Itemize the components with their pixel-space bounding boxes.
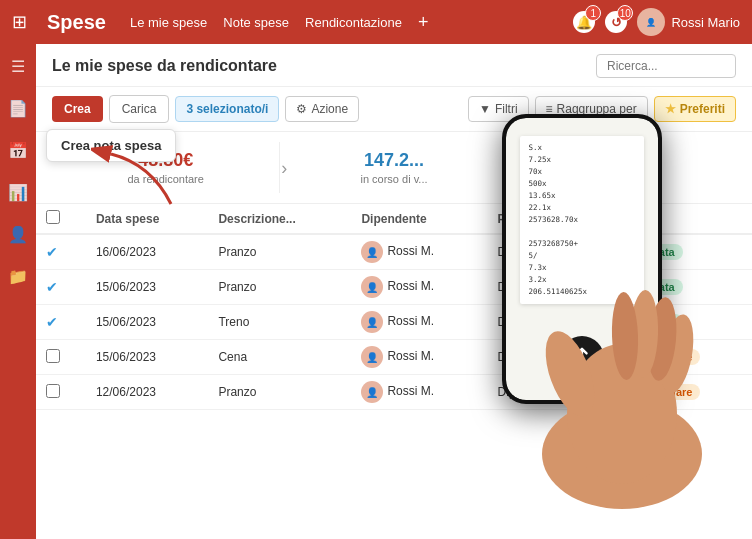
expense-table-wrap: Data spese Descrizione... Dipendente Pag… xyxy=(36,204,752,410)
table-row: ✔ 15/06/2023 Pranzo 👤Rossi M. Dipende...… xyxy=(36,270,752,305)
avatar: 👤 xyxy=(361,311,383,333)
row-status: Inviata xyxy=(622,270,752,305)
top-nav: ⊞ Spese Le mie spese Note spese Rendicon… xyxy=(0,0,752,44)
amount-rimborso: 0.00€ xyxy=(517,150,728,171)
row-status: Inviata xyxy=(622,305,752,340)
row-desc: Treno xyxy=(208,305,351,340)
grid-icon[interactable]: ⊞ xyxy=(12,11,27,33)
azione-button[interactable]: ⚙ Azione xyxy=(285,96,359,122)
nav-link-rendicontazione[interactable]: Rendicontazione xyxy=(305,15,402,30)
azione-label: Azione xyxy=(311,102,348,116)
row-desc: Cena xyxy=(208,340,351,375)
row-checkbox-cell xyxy=(36,340,86,375)
select-all-checkbox[interactable] xyxy=(46,210,60,224)
status-badge: Inviata xyxy=(632,279,683,295)
preferiti-button[interactable]: ★ Preferiti xyxy=(654,96,736,122)
row-paid: Dipendente... xyxy=(488,375,622,410)
app-title: Spese xyxy=(47,11,106,34)
sidebar-icon-folder[interactable]: 📁 xyxy=(4,262,32,290)
page-title: Le mie spese da rendicontare xyxy=(52,57,584,75)
star-icon: ★ xyxy=(665,102,676,116)
label-rimborso: da rimborsare xyxy=(517,173,728,185)
user-name: Rossi Mario xyxy=(671,15,740,30)
nav-link-note-spese[interactable]: Note spese xyxy=(223,15,289,30)
sidebar-icon-calendar[interactable]: 📅 xyxy=(4,136,32,164)
col-desc: Descrizione... xyxy=(208,204,351,234)
notification-badge[interactable]: 🔔 1 xyxy=(573,11,595,33)
amount-incorso: 147.2... xyxy=(288,150,499,171)
row-status: Da inviare xyxy=(622,340,752,375)
row-date: 15/06/2023 xyxy=(86,270,208,305)
row-checkbox-cell: ✔ xyxy=(36,270,86,305)
table-row: ✔ 16/06/2023 Pranzo 👤Rossi M. Dipendente… xyxy=(36,234,752,270)
sidebar-icon-doc[interactable]: 📄 xyxy=(4,94,32,122)
row-paid: Dipendente... xyxy=(488,305,622,340)
row-checkbox[interactable] xyxy=(46,349,60,363)
row-paid: Dipenden... xyxy=(488,340,622,375)
row-employee: 👤Rossi M. xyxy=(351,234,487,270)
nav-plus-button[interactable]: + xyxy=(418,12,429,33)
table-row: 12/06/2023 Pranzo 👤Rossi M. Dipendente..… xyxy=(36,375,752,410)
avatar: 👤 xyxy=(361,346,383,368)
page-header: Le mie spese da rendicontare xyxy=(36,44,752,87)
raggruppa-button[interactable]: ≡ Raggruppa per xyxy=(535,96,648,122)
sidebar-icon-menu[interactable]: ☰ xyxy=(4,52,32,80)
row-employee: 👤Rossi M. xyxy=(351,340,487,375)
row-employee: 👤Rossi M. xyxy=(351,305,487,340)
row-checkbox-cell: ✔ xyxy=(36,234,86,270)
row-checkbox-cell: ✔ xyxy=(36,305,86,340)
filtri-button[interactable]: ▼ Filtri xyxy=(468,96,529,122)
carica-button[interactable]: Carica xyxy=(109,95,170,123)
filter-icon: ▼ xyxy=(479,102,491,116)
status-badge: Inviata xyxy=(632,314,683,330)
crea-nota-tooltip: Crea nota spesa xyxy=(46,129,176,162)
filtri-label: Filtri xyxy=(495,102,518,116)
sidebar-icon-chart[interactable]: 📊 xyxy=(4,178,32,206)
row-checkbox-cell xyxy=(36,375,86,410)
col-checkbox xyxy=(36,204,86,234)
status-badge: Inviata xyxy=(632,244,683,260)
col-paid: Pagata da xyxy=(488,204,622,234)
status-badge: Da inviare xyxy=(632,349,701,365)
row-paid: Dipende... xyxy=(488,270,622,305)
row-date: 15/06/2023 xyxy=(86,340,208,375)
update-badge[interactable]: ↺ 10 xyxy=(605,11,627,33)
avatar: 👤 xyxy=(361,381,383,403)
label-incorso: in corso di v... xyxy=(288,173,499,185)
notification-count: 1 xyxy=(585,5,601,21)
checkbox-checked[interactable]: ✔ xyxy=(46,244,58,260)
col-employee: Dipendente xyxy=(351,204,487,234)
row-date: 16/06/2023 xyxy=(86,234,208,270)
col-status: Stato xyxy=(622,204,752,234)
avatar: 👤 xyxy=(361,241,383,263)
nav-link-my-expenses[interactable]: Le mie spese xyxy=(130,15,207,30)
table-header-row: Data spese Descrizione... Dipendente Pag… xyxy=(36,204,752,234)
row-status: Da inviare xyxy=(622,375,752,410)
avatar-image: 👤 xyxy=(637,8,665,36)
preferiti-label: Preferiti xyxy=(680,102,725,116)
row-checkbox[interactable] xyxy=(46,384,60,398)
raggruppa-label: Raggruppa per xyxy=(557,102,637,116)
main-content: Le mie spese da rendicontare Crea Carica… xyxy=(36,44,752,539)
search-input[interactable] xyxy=(596,54,736,78)
row-employee: 👤Rossi M. xyxy=(351,270,487,305)
svg-point-1 xyxy=(542,399,702,509)
row-date: 12/06/2023 xyxy=(86,375,208,410)
row-paid: Dipendente... xyxy=(488,234,622,270)
table-row: 15/06/2023 Cena 👤Rossi M. Dipenden... Da… xyxy=(36,340,752,375)
checkbox-checked[interactable]: ✔ xyxy=(46,279,58,295)
checkbox-checked[interactable]: ✔ xyxy=(46,314,58,330)
toolbar: Crea Carica 3 selezionato/i ⚙ Azione ▼ F… xyxy=(36,87,752,132)
sidebar-icon-user[interactable]: 👤 xyxy=(4,220,32,248)
summary-card-rimborso: 0.00€ da rimborsare xyxy=(508,142,736,193)
user-avatar[interactable]: 👤 Rossi Mario xyxy=(637,8,740,36)
gear-icon: ⚙ xyxy=(296,102,307,116)
row-date: 15/06/2023 xyxy=(86,305,208,340)
lines-icon: ≡ xyxy=(546,102,553,116)
selected-badge: 3 selezionato/i xyxy=(175,96,279,122)
row-desc: Pranzo xyxy=(208,234,351,270)
table-row: ✔ 15/06/2023 Treno 👤Rossi M. Dipendente.… xyxy=(36,305,752,340)
status-badge: Da inviare xyxy=(632,384,701,400)
crea-button[interactable]: Crea xyxy=(52,96,103,122)
expense-table: Data spese Descrizione... Dipendente Pag… xyxy=(36,204,752,410)
